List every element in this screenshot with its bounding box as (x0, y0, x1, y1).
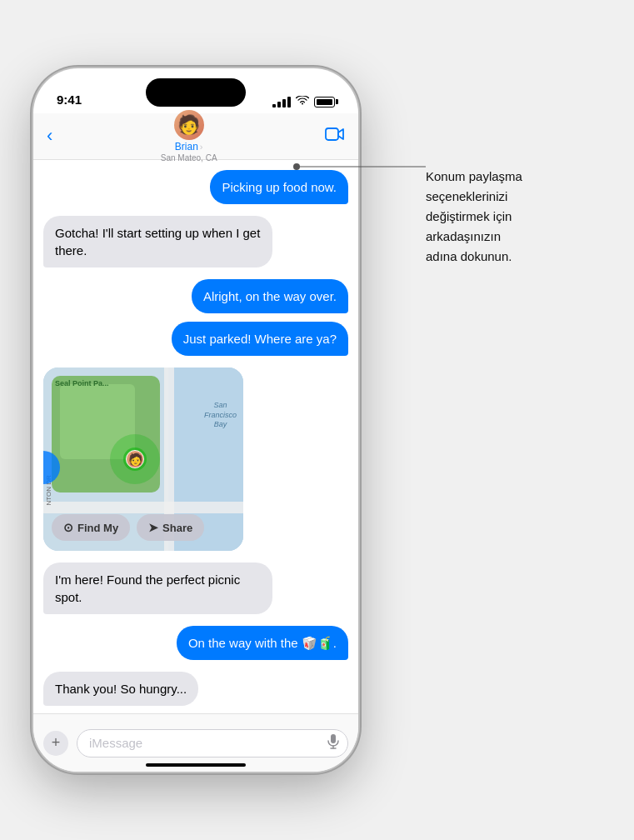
message-bubble-4: Just parked! Where are ya? (172, 322, 348, 356)
find-my-label: Find My (77, 522, 118, 534)
avatar-pin: 🧑 (126, 450, 144, 468)
map-background: Seal Point Pa... SanFranciscoBay NTON DR… (43, 368, 243, 551)
nav-bar: ‹ 🧑 Brian › San Mateo, CA (33, 113, 358, 160)
avatar-pin-icon: 🧑 (128, 453, 142, 465)
message-bubble-7: On the way with the 🥡🧃. (177, 626, 348, 660)
dynamic-island (146, 78, 246, 107)
add-attachment-button[interactable]: + (43, 731, 68, 756)
contact-name: Brian (175, 141, 198, 152)
share-label: Share (162, 522, 192, 534)
message-bubble-2: Gotcha! I'll start setting up when I get… (43, 216, 272, 268)
home-indicator (146, 763, 246, 767)
find-my-button[interactable]: ⊙ Find My (52, 514, 130, 541)
message-input[interactable]: iMessage (77, 729, 348, 758)
contact-name-row: Brian › (175, 141, 203, 152)
contact-header[interactable]: 🧑 Brian › San Mateo, CA (161, 110, 217, 162)
status-icons (272, 95, 335, 108)
share-icon: ➤ (148, 521, 158, 534)
message-row-2: Gotcha! I'll start setting up when I get… (43, 216, 348, 268)
message-row-1: Picking up food now. (43, 170, 348, 204)
status-time: 9:41 (57, 92, 82, 108)
share-location-button[interactable]: ➤ Share (137, 514, 204, 541)
message-bubble-3: Alright, on the way over. (192, 279, 348, 313)
map-park-label: Seal Point Pa... (55, 379, 109, 388)
microphone-icon[interactable] (327, 734, 339, 752)
message-row-8: Thank you! So hungry... (43, 672, 348, 706)
wifi-icon (296, 95, 309, 108)
message-bubble-6: I'm here! Found the perfect picnic spot. (43, 562, 272, 614)
scene: 9:41 (0, 0, 634, 840)
message-bubble-1: Picking up food now. (210, 170, 348, 204)
annotation: Konum paylaşmaseçeneklerinizideğiştirmek… (426, 167, 609, 267)
memoji-icon: 🧑 (177, 116, 200, 134)
video-call-button[interactable] (325, 127, 345, 146)
message-row-3: Alright, on the way over. (43, 279, 348, 313)
svg-rect-1 (331, 734, 336, 743)
message-bubble-8: Thank you! So hungry... (43, 672, 198, 706)
map-buttons: ⊙ Find My ➤ Share (52, 514, 204, 541)
messages-area: Picking up food now. Gotcha! I'll start … (33, 160, 358, 713)
contact-chevron-icon: › (200, 142, 203, 152)
annotation-line (292, 158, 430, 175)
back-button[interactable]: ‹ (47, 128, 52, 145)
battery-icon (314, 97, 335, 108)
signal-bar-1 (272, 104, 276, 108)
input-placeholder: iMessage (89, 736, 142, 750)
signal-bar-3 (282, 99, 286, 108)
location-ping-inner: 🧑 (123, 448, 147, 471)
message-row-6: I'm here! Found the perfect picnic spot. (43, 562, 348, 614)
signal-bar-4 (287, 97, 291, 108)
message-row-4: Just parked! Where are ya? (43, 322, 348, 356)
plus-icon: + (52, 734, 61, 752)
map-bay-label: SanFranciscoBay (204, 401, 237, 430)
avatar: 🧑 (174, 110, 204, 140)
svg-rect-0 (326, 128, 338, 140)
signal-bar-2 (277, 102, 281, 108)
back-chevron-icon: ‹ (47, 127, 52, 145)
find-my-icon: ⊙ (63, 521, 73, 534)
map-bubble[interactable]: Seal Point Pa... SanFranciscoBay NTON DR… (43, 368, 243, 551)
location-ping: 🧑 (110, 434, 160, 484)
signal-bars-icon (272, 97, 291, 108)
message-row-7: On the way with the 🥡🧃. (43, 626, 348, 660)
message-row-5: Seal Point Pa... SanFranciscoBay NTON DR… (43, 368, 348, 551)
annotation-text: Konum paylaşmaseçeneklerinizideğiştirmek… (426, 167, 609, 267)
contact-location: San Mateo, CA (161, 153, 217, 162)
